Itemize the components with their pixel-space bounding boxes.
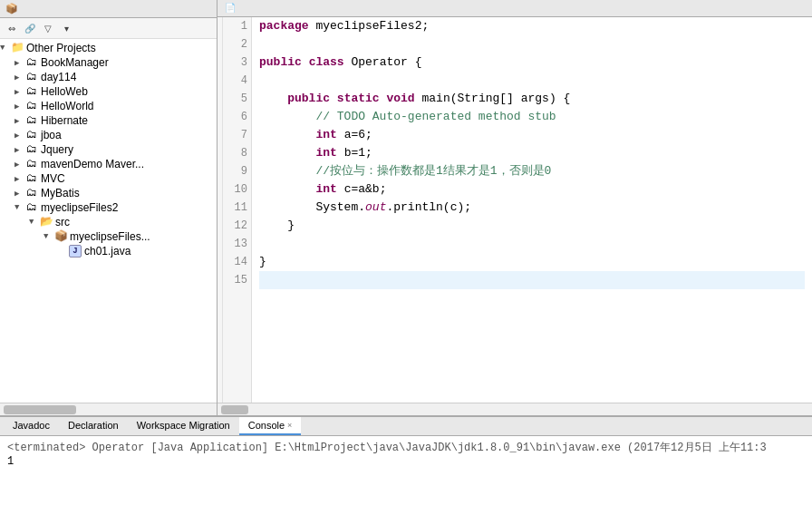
tree-arrow[interactable]: ▼ <box>44 232 54 241</box>
tree-item-day114[interactable]: ▶🗂day114 <box>0 70 217 84</box>
code-line-6[interactable]: // TODO Auto-generated method stub <box>259 108 805 126</box>
tree-arrow[interactable]: ▶ <box>14 160 25 170</box>
line-numbers: 123456789101112131415 <box>223 17 252 403</box>
tree-area: ▼📁Other Projects▶🗂BookManager▶🗂day114▶🗂H… <box>0 39 217 403</box>
tree-arrow[interactable]: ▶ <box>14 145 25 155</box>
tree-arrow[interactable]: ▶ <box>14 58 25 68</box>
code-line-15[interactable] <box>259 271 805 289</box>
plain-token: main(String[] args) { <box>415 92 571 105</box>
tree-item-hibernate[interactable]: ▶🗂Hibernate <box>0 113 217 128</box>
tree-icon-project: 🗂 <box>25 85 38 98</box>
bottom-tab-label-workspace-migration: Workspace Migration <box>137 420 230 431</box>
tree-arrow[interactable]: ▶ <box>14 73 25 83</box>
tree-item-src[interactable]: ▼📂src <box>0 215 217 229</box>
bottom-content: <terminated> Operator [Java Application]… <box>0 436 812 515</box>
tree-item-jquery[interactable]: ▶🗂Jquery <box>0 142 217 157</box>
bottom-tab-label-console: Console <box>248 420 285 431</box>
tree-arrow[interactable]: ▶ <box>14 102 25 112</box>
tree-item-mybatis[interactable]: ▶🗂MyBatis <box>0 186 217 200</box>
keyword-token: public <box>259 55 302 69</box>
tree-icon-root: 📁 <box>11 42 24 54</box>
tree-arrow[interactable]: ▼ <box>29 218 40 227</box>
code-area[interactable]: package myeclipseFiles2; public class Op… <box>252 17 812 403</box>
tree-item-jboa[interactable]: ▶🗂jboa <box>0 128 217 142</box>
tree-label: myeclipseFiles... <box>70 230 150 243</box>
code-line-4[interactable] <box>259 72 805 90</box>
code-line-8[interactable]: int b=1; <box>259 144 805 162</box>
code-line-1[interactable]: package myeclipseFiles2; <box>259 17 805 35</box>
tree-arrow[interactable]: ▶ <box>14 116 25 126</box>
tree-item-mvc[interactable]: ▶🗂MVC <box>0 171 217 186</box>
plain-token <box>330 92 337 105</box>
plain-token <box>259 182 315 196</box>
toolbar-link[interactable]: 🔗 <box>22 20 38 36</box>
toolbar-menu[interactable]: ▾ <box>58 20 74 36</box>
tree-label: day114 <box>41 71 76 83</box>
code-line-11[interactable]: System.out.println(c); <box>259 199 805 217</box>
tree-icon-project: 🗂 <box>25 187 38 199</box>
tree-arrow[interactable]: ▶ <box>14 174 25 184</box>
editor-content: 123456789101112131415 package myeclipseF… <box>218 17 812 403</box>
tree-item-mavendemo[interactable]: ▶🗂mavenDemo Maver... <box>0 157 217 171</box>
tree-item-other-projects[interactable]: ▼📁Other Projects <box>0 41 217 55</box>
code-line-10[interactable]: int c=a&b; <box>259 180 805 199</box>
line-number-9: 9 <box>227 162 247 180</box>
tree-label: HelloWorld <box>41 100 93 112</box>
code-line-5[interactable]: public static void main(String[] args) { <box>259 90 805 108</box>
plain-token <box>259 92 287 105</box>
toolbar-filter[interactable]: ▽ <box>40 20 56 36</box>
editor-horizontal-scrollbar[interactable] <box>218 403 812 415</box>
bottom-tab-workspace-migration[interactable]: Workspace Migration <box>128 417 239 435</box>
line-number-11: 11 <box>227 199 247 217</box>
toolbar-collapse-all[interactable]: ⇔ <box>4 20 20 36</box>
tree-item-myeclipsefiles-pkg[interactable]: ▼📦myeclipseFiles... <box>0 229 217 244</box>
code-line-7[interactable]: int a=6; <box>259 126 805 144</box>
keyword-token: package <box>259 19 309 33</box>
editor-tab[interactable]: 📄 <box>218 0 812 17</box>
code-line-3[interactable]: public class Operator { <box>259 53 805 72</box>
bottom-tab-close-console[interactable]: × <box>287 421 292 430</box>
package-explorer-tab[interactable]: 📦 <box>0 0 217 18</box>
tree-item-helloweb[interactable]: ▶🗂HelloWeb <box>0 84 217 99</box>
code-line-2[interactable] <box>259 35 805 53</box>
plain-token: .println(c); <box>386 200 471 214</box>
bottom-tab-declaration[interactable]: Declaration <box>59 417 128 435</box>
tree-arrow[interactable]: ▶ <box>14 131 25 141</box>
tree-item-bookmanager[interactable]: ▶🗂BookManager <box>0 55 217 70</box>
code-line-13[interactable] <box>259 235 805 253</box>
bottom-tab-console[interactable]: Console× <box>239 417 302 435</box>
code-line-14[interactable]: } <box>259 253 805 271</box>
bottom-tab-javadoc[interactable]: Javadoc <box>4 417 59 435</box>
tree-arrow[interactable]: ▼ <box>14 203 25 212</box>
comment-token: // TODO Auto-generated method stub <box>259 110 556 123</box>
package-toolbar: ⇔ 🔗 ▽ ▾ <box>0 18 217 39</box>
tree-label: HelloWeb <box>41 85 88 98</box>
keyword-token: int <box>315 128 336 141</box>
tree-item-myeclipsefiles2[interactable]: ▼🗂myeclipseFiles2 <box>0 200 217 215</box>
tree-label: ch01.java <box>84 245 130 258</box>
tree-arrow[interactable]: ▶ <box>14 87 25 97</box>
tree-label: Jquery <box>41 143 73 156</box>
package-icon: 📦 <box>5 3 18 15</box>
line-number-2: 2 <box>227 35 247 53</box>
code-line-12[interactable]: } <box>259 217 805 235</box>
bottom-tab-label-javadoc: Javadoc <box>13 420 50 431</box>
tree-icon-project: 🗂 <box>25 172 38 185</box>
scrollbar-thumb <box>4 405 76 414</box>
tree-item-ch01java[interactable]: Jch01.java <box>0 244 217 258</box>
keyword-token: public <box>287 92 330 105</box>
line-number-6: 6 <box>227 108 247 126</box>
tree-item-helloworld[interactable]: ▶🗂HelloWorld <box>0 99 217 113</box>
code-line-9[interactable]: //按位与：操作数都是1结果才是1，否则是0 <box>259 162 805 180</box>
tree-label: mavenDemo Maver... <box>41 158 144 170</box>
keyword-token: int <box>315 182 336 196</box>
horizontal-scrollbar[interactable] <box>0 403 217 415</box>
console-line-terminated: <terminated> Operator [Java Application]… <box>7 440 805 455</box>
tree-arrow[interactable]: ▶ <box>14 189 25 199</box>
java-file-icon: 📄 <box>225 3 236 14</box>
line-number-13: 13 <box>227 235 247 253</box>
tree-icon-project: 🗂 <box>25 201 38 214</box>
tree-label: BookManager <box>41 56 109 69</box>
tree-arrow[interactable]: ▼ <box>0 44 11 53</box>
tree-label: Hibernate <box>41 114 88 127</box>
